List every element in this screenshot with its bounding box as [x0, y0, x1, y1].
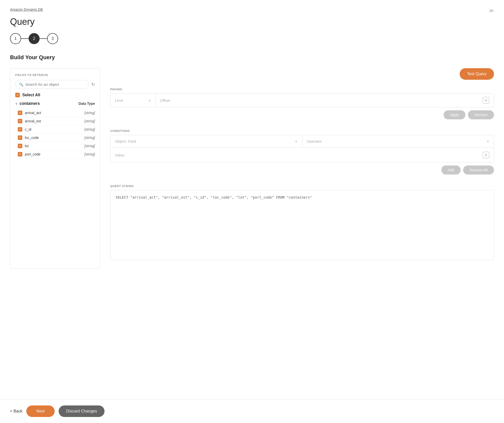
limit-select[interactable]: Limit ∨: [111, 94, 156, 107]
field-checkbox-lot[interactable]: [18, 144, 22, 148]
field-type-c-id: [string]: [84, 127, 95, 131]
field-name-arrival-act: arrival_act: [25, 111, 82, 115]
group-header: ∨ containers Data Type: [15, 101, 95, 106]
field-row: arrival_est [string]: [18, 117, 95, 125]
conditions-grid: Object: Field ∨ Operator ∨ Value V: [110, 135, 494, 162]
search-container: 🔍 ↻: [15, 80, 95, 89]
object-field-chevron-icon: ∨: [295, 139, 297, 143]
field-list: arrival_act [string] arrival_est [string…: [18, 109, 95, 158]
chevron-down-icon[interactable]: ∨: [15, 102, 18, 105]
field-row: lot [string]: [18, 142, 95, 150]
field-name-arrival-est: arrival_est: [25, 119, 82, 123]
page-container: ≫ Amazon Dynamo DB Query 1 2 3 Build You…: [0, 0, 504, 423]
field-name-c-id: c_id: [25, 127, 82, 131]
step-1[interactable]: 1: [10, 33, 21, 44]
paging-label: PAGING: [110, 88, 494, 91]
field-checkbox-c-id[interactable]: [18, 127, 22, 132]
group-name: containers: [20, 101, 76, 106]
search-input[interactable]: [25, 82, 85, 87]
offset-placeholder: Offset: [160, 98, 170, 103]
field-row: arrival_act [string]: [18, 109, 95, 117]
back-button[interactable]: < Back: [10, 409, 22, 413]
field-row: port_code [string]: [18, 150, 95, 158]
refresh-icon[interactable]: ↻: [91, 82, 95, 87]
query-string-label: QUERY STRING: [110, 185, 494, 188]
discard-button[interactable]: Discard Changes: [59, 405, 105, 417]
conditions-label: CONDITIONS: [110, 129, 494, 132]
field-name-port-code: port_code: [25, 152, 82, 156]
field-name-lot: lot: [25, 144, 82, 148]
right-panel: Test Query PAGING Limit ∨ Offset V Apply: [110, 68, 494, 265]
field-name-loc-code: loc_code: [25, 136, 82, 140]
variable-icon[interactable]: V: [483, 97, 489, 104]
offset-input[interactable]: Offset V: [156, 94, 494, 107]
query-string-section: QUERY STRING SELECT "arrival_act", "arri…: [110, 185, 494, 260]
search-icon: 🔍: [19, 82, 23, 87]
apply-remove-row: Apply Remove: [110, 110, 494, 119]
add-button[interactable]: Add: [441, 165, 461, 175]
collapse-icon[interactable]: ≫: [489, 8, 494, 14]
apply-button[interactable]: Apply: [444, 110, 465, 119]
field-type-loc-code: [string]: [84, 136, 95, 140]
data-type-header: Data Type: [78, 102, 95, 106]
step-3[interactable]: 3: [47, 33, 58, 44]
breadcrumb[interactable]: Amazon Dynamo DB: [10, 8, 494, 12]
select-all-row[interactable]: Select All: [15, 93, 95, 97]
field-checkbox-arrival-act[interactable]: [18, 111, 22, 115]
field-type-lot: [string]: [84, 144, 95, 148]
page-title: Query: [10, 17, 494, 27]
select-all-checkbox[interactable]: [15, 93, 20, 97]
value-placeholder: Value: [115, 153, 124, 157]
field-type-arrival-act: [string]: [84, 111, 95, 115]
field-row: c_id [string]: [18, 125, 95, 134]
value-variable-icon[interactable]: V: [483, 152, 489, 158]
steps-container: 1 2 3: [10, 33, 494, 44]
conditions-section: CONDITIONS Object: Field ∨ Operator ∨: [110, 129, 494, 180]
fields-label: FIELDS TO RETRIEVE: [15, 73, 95, 76]
paging-section: PAGING Limit ∨ Offset V Apply Remove: [110, 88, 494, 124]
footer: < Back Next Discard Changes: [0, 399, 504, 423]
search-box: 🔍: [15, 80, 89, 89]
operator-chevron-icon: ∨: [487, 139, 489, 143]
left-panel: FIELDS TO RETRIEVE 🔍 ↻ Select All ∨ cont…: [10, 68, 100, 269]
field-row: loc_code [string]: [18, 134, 95, 142]
field-checkbox-port-code[interactable]: [18, 152, 22, 156]
remove-button[interactable]: Remove: [468, 110, 494, 119]
value-row[interactable]: Value V: [111, 148, 494, 162]
limit-chevron-icon: ∨: [148, 99, 151, 102]
field-type-port-code: [string]: [84, 152, 95, 156]
select-all-label: Select All: [22, 93, 40, 97]
step-2[interactable]: 2: [29, 33, 40, 44]
remove-all-button[interactable]: Remove All: [463, 165, 494, 175]
step-line-1: [21, 38, 29, 39]
add-remove-row: Add Remove All: [110, 165, 494, 175]
next-button[interactable]: Next: [26, 405, 55, 417]
test-query-button[interactable]: Test Query: [460, 68, 494, 80]
query-box: SELECT "arrival_act", "arrival_est", "c_…: [110, 190, 494, 260]
step-line-2: [40, 38, 47, 39]
object-field-select[interactable]: Object: Field ∨: [111, 135, 302, 147]
field-type-arrival-est: [string]: [84, 119, 95, 123]
limit-placeholder: Limit: [115, 98, 123, 103]
paging-row: Limit ∨ Offset V: [110, 93, 494, 107]
operator-placeholder: Operator: [307, 139, 322, 143]
conditions-row-top: Object: Field ∨ Operator ∨: [111, 135, 494, 148]
build-query-title: Build Your Query: [10, 54, 494, 61]
field-checkbox-loc-code[interactable]: [18, 135, 22, 140]
field-checkbox-arrival-est[interactable]: [18, 119, 22, 123]
object-field-placeholder: Object: Field: [115, 139, 136, 143]
operator-select[interactable]: Operator ∨: [302, 135, 494, 147]
main-content: FIELDS TO RETRIEVE 🔍 ↻ Select All ∨ cont…: [10, 68, 494, 269]
